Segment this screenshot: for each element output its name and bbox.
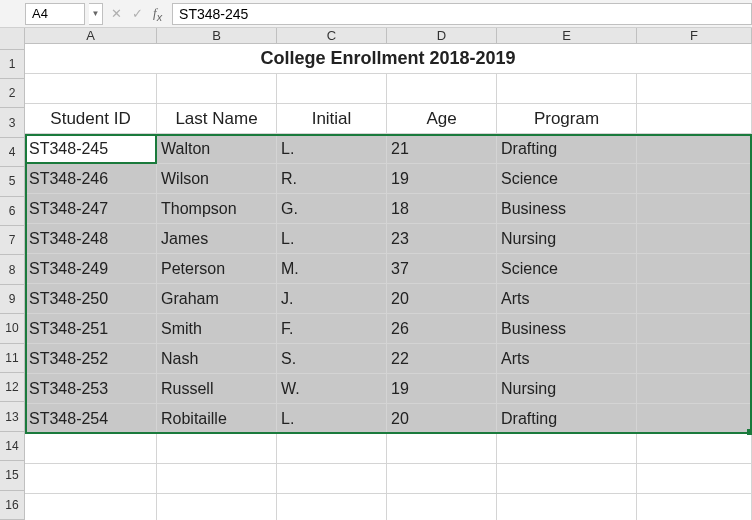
cell-student-id[interactable]: ST348-250 bbox=[25, 284, 157, 314]
cell[interactable] bbox=[637, 494, 752, 520]
cell-last-name[interactable]: Peterson bbox=[157, 254, 277, 284]
cell-initial[interactable]: J. bbox=[277, 284, 387, 314]
cell-student-id[interactable]: ST348-245 bbox=[25, 134, 157, 164]
cell-initial[interactable]: L. bbox=[277, 134, 387, 164]
row-header-3[interactable]: 3 bbox=[0, 108, 25, 137]
cell[interactable] bbox=[637, 224, 752, 254]
cell[interactable] bbox=[637, 284, 752, 314]
cell-student-id[interactable]: ST348-254 bbox=[25, 404, 157, 434]
cell-last-name[interactable]: Robitaille bbox=[157, 404, 277, 434]
row-header-13[interactable]: 13 bbox=[0, 402, 25, 431]
cell-initial[interactable]: R. bbox=[277, 164, 387, 194]
fx-icon[interactable]: fx bbox=[153, 5, 162, 23]
cell-last-name[interactable]: James bbox=[157, 224, 277, 254]
cell[interactable] bbox=[637, 164, 752, 194]
cell[interactable] bbox=[157, 434, 277, 464]
cell-initial[interactable]: W. bbox=[277, 374, 387, 404]
cell[interactable] bbox=[387, 464, 497, 494]
row-header-10[interactable]: 10 bbox=[0, 314, 25, 343]
cell-student-id[interactable]: ST348-253 bbox=[25, 374, 157, 404]
cell-program[interactable]: Business bbox=[497, 314, 637, 344]
cell[interactable] bbox=[637, 134, 752, 164]
row-header-7[interactable]: 7 bbox=[0, 226, 25, 255]
row-header-2[interactable]: 2 bbox=[0, 79, 25, 108]
cell[interactable] bbox=[637, 434, 752, 464]
cell[interactable] bbox=[637, 254, 752, 284]
row-header-16[interactable]: 16 bbox=[0, 491, 25, 520]
cell[interactable] bbox=[277, 494, 387, 520]
cell[interactable] bbox=[25, 434, 157, 464]
name-box-dropdown[interactable]: ▼ bbox=[89, 3, 103, 25]
cell-last-name[interactable]: Smith bbox=[157, 314, 277, 344]
cell-last-name[interactable]: Nash bbox=[157, 344, 277, 374]
cell-program[interactable]: Drafting bbox=[497, 134, 637, 164]
cell-student-id[interactable]: ST348-246 bbox=[25, 164, 157, 194]
col-header-b[interactable]: B bbox=[157, 28, 277, 44]
header-program[interactable]: Program bbox=[497, 104, 637, 134]
cell[interactable] bbox=[637, 314, 752, 344]
row-header-9[interactable]: 9 bbox=[0, 285, 25, 314]
cell-program[interactable]: Business bbox=[497, 194, 637, 224]
cell-age[interactable]: 22 bbox=[387, 344, 497, 374]
cell[interactable] bbox=[277, 434, 387, 464]
cell[interactable] bbox=[497, 494, 637, 520]
cell[interactable] bbox=[25, 494, 157, 520]
row-header-1[interactable]: 1 bbox=[0, 50, 25, 79]
cell-program[interactable]: Drafting bbox=[497, 404, 637, 434]
cell[interactable] bbox=[25, 74, 157, 104]
cell[interactable] bbox=[387, 434, 497, 464]
cell-initial[interactable]: S. bbox=[277, 344, 387, 374]
cell-age[interactable]: 37 bbox=[387, 254, 497, 284]
row-header-6[interactable]: 6 bbox=[0, 197, 25, 226]
cell[interactable] bbox=[637, 194, 752, 224]
cell[interactable] bbox=[637, 404, 752, 434]
cell-age[interactable]: 26 bbox=[387, 314, 497, 344]
header-age[interactable]: Age bbox=[387, 104, 497, 134]
col-header-e[interactable]: E bbox=[497, 28, 637, 44]
cell-program[interactable]: Science bbox=[497, 254, 637, 284]
cell-initial[interactable]: G. bbox=[277, 194, 387, 224]
cell-program[interactable]: Nursing bbox=[497, 374, 637, 404]
cell-age[interactable]: 18 bbox=[387, 194, 497, 224]
cell[interactable] bbox=[157, 74, 277, 104]
cell-age[interactable]: 23 bbox=[387, 224, 497, 254]
cell-initial[interactable]: L. bbox=[277, 404, 387, 434]
cell-student-id[interactable]: ST348-248 bbox=[25, 224, 157, 254]
select-all-corner[interactable] bbox=[0, 28, 25, 50]
cell-program[interactable]: Science bbox=[497, 164, 637, 194]
cell[interactable] bbox=[277, 464, 387, 494]
title-cell[interactable]: College Enrollment 2018-2019 bbox=[25, 44, 752, 74]
cell[interactable] bbox=[157, 494, 277, 520]
cell-initial[interactable]: F. bbox=[277, 314, 387, 344]
cell[interactable] bbox=[637, 104, 752, 134]
cell-age[interactable]: 20 bbox=[387, 404, 497, 434]
cell[interactable] bbox=[637, 74, 752, 104]
cell[interactable] bbox=[637, 344, 752, 374]
col-header-f[interactable]: F bbox=[637, 28, 752, 44]
header-last-name[interactable]: Last Name bbox=[157, 104, 277, 134]
cell-age[interactable]: 20 bbox=[387, 284, 497, 314]
cell-program[interactable]: Arts bbox=[497, 284, 637, 314]
cell-last-name[interactable]: Walton bbox=[157, 134, 277, 164]
col-header-a[interactable]: A bbox=[25, 28, 157, 44]
cell-program[interactable]: Arts bbox=[497, 344, 637, 374]
col-header-d[interactable]: D bbox=[387, 28, 497, 44]
row-header-15[interactable]: 15 bbox=[0, 461, 25, 490]
row-header-4[interactable]: 4 bbox=[0, 138, 25, 167]
cell-initial[interactable]: M. bbox=[277, 254, 387, 284]
cell-student-id[interactable]: ST348-247 bbox=[25, 194, 157, 224]
cell-student-id[interactable]: ST348-249 bbox=[25, 254, 157, 284]
cell[interactable] bbox=[387, 494, 497, 520]
cell[interactable] bbox=[277, 74, 387, 104]
row-header-14[interactable]: 14 bbox=[0, 432, 25, 461]
cell-program[interactable]: Nursing bbox=[497, 224, 637, 254]
cell-last-name[interactable]: Wilson bbox=[157, 164, 277, 194]
cell-age[interactable]: 19 bbox=[387, 374, 497, 404]
cell[interactable] bbox=[637, 464, 752, 494]
cell[interactable] bbox=[497, 74, 637, 104]
cell-age[interactable]: 19 bbox=[387, 164, 497, 194]
row-header-11[interactable]: 11 bbox=[0, 344, 25, 373]
cell-last-name[interactable]: Graham bbox=[157, 284, 277, 314]
row-header-8[interactable]: 8 bbox=[0, 255, 25, 284]
cell-age[interactable]: 21 bbox=[387, 134, 497, 164]
